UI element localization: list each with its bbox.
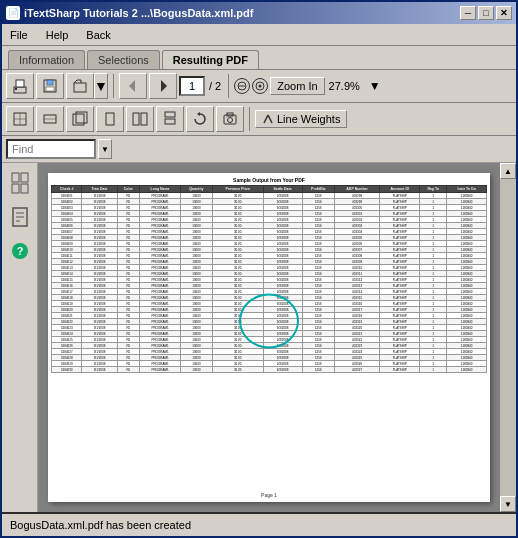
maximize-button[interactable]: □	[478, 6, 494, 20]
page-number-label: Page 1	[261, 492, 277, 498]
pdf-page: Sample Output from Your PDF Check #Tran …	[48, 173, 490, 502]
tabs-bar: Information Selections Resulting PDF	[2, 46, 516, 69]
title-bar-left: 📄 iTextSharp Tutorials 2 ...\BogusData.x…	[6, 6, 253, 20]
page-total: / 2	[207, 80, 223, 92]
layout-single-button[interactable]	[96, 106, 124, 132]
toolbar-navigation: ▼ / 2	[2, 70, 516, 103]
left-sidebar: ?	[2, 163, 38, 512]
scroll-track[interactable]	[500, 179, 516, 496]
title-bar: 📄 iTextSharp Tutorials 2 ...\BogusData.x…	[2, 2, 516, 24]
svg-rect-20	[106, 113, 114, 125]
menu-back[interactable]: Back	[82, 27, 114, 43]
tab-information[interactable]: Information	[8, 50, 85, 69]
help-icon[interactable]: ?	[6, 237, 34, 265]
svg-rect-32	[21, 184, 28, 193]
zoom-dropdown[interactable]: ▼	[364, 75, 386, 97]
line-weights-button[interactable]: Line Weights	[255, 110, 347, 128]
zoom-in-circle-group	[252, 78, 268, 94]
zoom-in-circle[interactable]	[252, 78, 268, 94]
svg-point-27	[228, 118, 233, 123]
find-input[interactable]	[6, 139, 96, 159]
svg-text:?: ?	[16, 245, 23, 257]
snapshot-button[interactable]	[216, 106, 244, 132]
table-row: 52840309/1/2008R5PROGRAM11000030.009/3/2…	[52, 367, 487, 373]
zoom-out-button[interactable]	[234, 78, 250, 94]
open-dropdown[interactable]: ▼	[94, 73, 108, 99]
fit-width-button[interactable]	[36, 106, 64, 132]
svg-rect-1	[16, 80, 24, 87]
pages-icon[interactable]	[6, 203, 34, 231]
thumbnails-icon[interactable]	[6, 169, 34, 197]
svg-rect-6	[74, 83, 86, 92]
window-title: iTextSharp Tutorials 2 ...\BogusData.xml…	[24, 7, 253, 19]
layout-scroll-button[interactable]	[156, 106, 184, 132]
svg-rect-30	[21, 173, 28, 182]
pdf-table: Check #Tran DateColorLong NameQuantityPr…	[51, 185, 487, 373]
rotate-button[interactable]	[186, 106, 214, 132]
minimize-button[interactable]: ─	[460, 6, 476, 20]
content-area: ▼ / 2	[2, 69, 516, 512]
tab-selections[interactable]: Selections	[87, 50, 160, 69]
main-view: ? ▲ ▼ Sample Output from Your PDF	[2, 163, 516, 512]
menu-help[interactable]: Help	[42, 27, 73, 43]
open-button-group: ▼	[66, 73, 108, 99]
print-button[interactable]	[6, 73, 34, 99]
svg-rect-21	[133, 113, 139, 125]
separator-1	[113, 74, 114, 98]
pdf-page-content: Sample Output from Your PDF Check #Tran …	[48, 173, 490, 502]
save-copy-button[interactable]	[66, 106, 94, 132]
page-input[interactable]	[179, 76, 205, 96]
menu-file[interactable]: File	[6, 27, 32, 43]
zoom-value: 27.9%	[327, 80, 362, 92]
status-bar: BogusData.xml.pdf has been created	[2, 512, 516, 536]
layout-double-button[interactable]	[126, 106, 154, 132]
svg-rect-5	[46, 87, 54, 91]
svg-marker-7	[129, 80, 135, 92]
svg-marker-25	[197, 112, 200, 116]
zoom-in-button[interactable]: Zoom In	[270, 77, 324, 95]
svg-rect-2	[15, 88, 17, 90]
status-message: BogusData.xml.pdf has been created	[10, 519, 191, 531]
toolbar-view: Line Weights	[2, 103, 516, 136]
svg-point-12	[259, 85, 262, 88]
svg-rect-22	[141, 113, 147, 125]
back-button[interactable]	[119, 73, 147, 99]
find-dropdown-button[interactable]: ▼	[98, 139, 112, 159]
svg-rect-4	[47, 80, 53, 85]
forward-button[interactable]	[149, 73, 177, 99]
title-buttons: ─ □ ✕	[460, 6, 512, 20]
toolbar-find: ▼	[2, 136, 516, 163]
scroll-bar-vertical[interactable]: ▲ ▼	[500, 163, 516, 512]
pdf-table-title: Sample Output from Your PDF	[48, 177, 490, 183]
close-button[interactable]: ✕	[496, 6, 512, 20]
menu-bar: File Help Back	[2, 24, 516, 46]
pdf-viewport: ▲ ▼ Sample Output from Your PDF Check #T…	[38, 163, 516, 512]
svg-rect-31	[12, 184, 19, 193]
separator-3	[249, 107, 250, 131]
scroll-down-button[interactable]: ▼	[500, 496, 516, 512]
svg-rect-24	[165, 119, 175, 124]
svg-marker-8	[161, 80, 167, 92]
app-icon: 📄	[6, 6, 20, 20]
svg-rect-29	[12, 173, 19, 182]
open-button[interactable]	[66, 73, 94, 99]
fit-page-button[interactable]	[6, 106, 34, 132]
scroll-up-button[interactable]: ▲	[500, 163, 516, 179]
main-window: 📄 iTextSharp Tutorials 2 ...\BogusData.x…	[0, 0, 518, 538]
save-button[interactable]	[36, 73, 64, 99]
svg-rect-23	[165, 112, 175, 117]
tab-resulting-pdf[interactable]: Resulting PDF	[162, 50, 259, 69]
separator-2	[228, 74, 229, 98]
